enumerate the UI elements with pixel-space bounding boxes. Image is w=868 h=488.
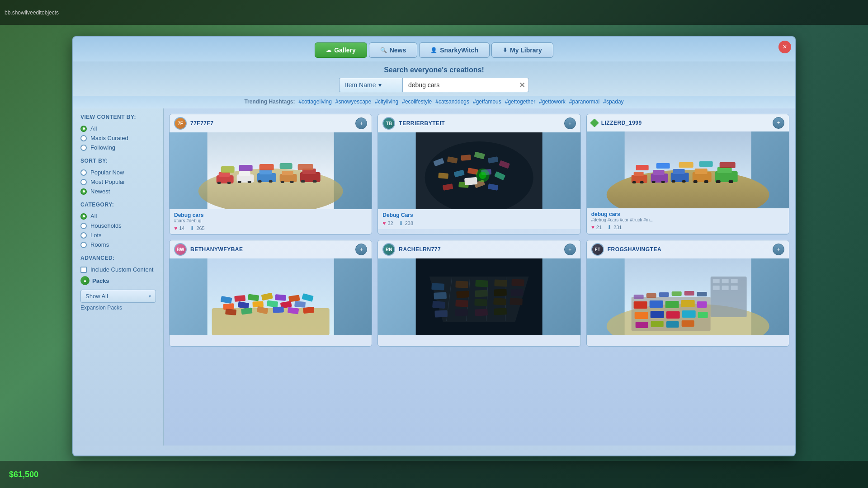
card-image-4[interactable] [378, 258, 580, 335]
radio-maxis [80, 135, 87, 141]
card-header-5: FT FrogshavingTEA + [587, 240, 789, 258]
packs-row[interactable]: ● Packs [80, 274, 156, 287]
follow-button-3[interactable]: + [355, 244, 367, 255]
svg-rect-55 [651, 181, 655, 183]
svg-rect-119 [510, 298, 523, 305]
svg-rect-46 [464, 177, 477, 185]
svg-rect-23 [239, 165, 253, 171]
filter-following-label: Following [90, 144, 115, 151]
card-title-2[interactable]: debug cars [591, 211, 784, 217]
card-title-4[interactable] [382, 338, 576, 343]
hashtag-gettowork[interactable]: #gettowork [539, 99, 566, 105]
sidebar: View Content By: All Maxis Curated Follo… [73, 108, 164, 446]
card-image-0[interactable] [170, 132, 372, 209]
svg-rect-25 [280, 163, 292, 169]
card-header-4: RN RachelRN777 + [378, 240, 580, 258]
user-icon: 👤 [430, 47, 437, 53]
checkbox-cc [80, 267, 87, 273]
card-image-1[interactable] [378, 132, 580, 209]
hashtag-cityliving[interactable]: #cityliving [375, 99, 398, 105]
svg-rect-88 [294, 301, 306, 308]
follow-button-4[interactable]: + [564, 244, 576, 255]
card-image-2[interactable] [587, 131, 789, 208]
card-tags-2: #debug #cars #car #truck #m... [591, 217, 784, 222]
radio-rooms [80, 242, 87, 248]
follow-button-0[interactable]: + [355, 117, 367, 129]
hashtag-catsanddogs[interactable]: #catsanddogs [435, 99, 469, 105]
sort-popular-now[interactable]: Popular Now [80, 168, 156, 177]
follow-button-2[interactable]: + [773, 117, 784, 129]
category-households[interactable]: Households [80, 221, 156, 230]
svg-rect-77 [234, 295, 245, 302]
trending-label: Trending Hashtags: [244, 99, 295, 105]
card-header-0: 7F 77F77F7 + [170, 114, 372, 132]
card-title-0[interactable]: Debug cars [174, 212, 367, 218]
svg-rect-69 [636, 165, 648, 170]
hashtag-snowyescape[interactable]: #snowyescape [335, 99, 371, 105]
svg-rect-59 [671, 180, 675, 183]
sort-most-popular[interactable]: Most Popular [80, 177, 156, 187]
tab-gallery[interactable]: ☁ Gallery [315, 42, 367, 58]
include-cc[interactable]: Include Custom Content [80, 265, 156, 274]
radio-popular-now [80, 169, 87, 176]
hashtag-paranormal[interactable]: #paranormal [569, 99, 599, 105]
download-stat-0: ⬇ 265 [190, 225, 204, 231]
card-image-3[interactable] [170, 258, 372, 335]
filter-all[interactable]: All [80, 124, 156, 133]
tab-library[interactable]: ⬇ My Library [491, 42, 553, 58]
hashtag-getfamous[interactable]: #getfamous [473, 99, 501, 105]
svg-rect-9 [248, 181, 251, 183]
filter-following[interactable]: Following [80, 143, 156, 152]
svg-rect-139 [698, 312, 708, 318]
result-card-5: FT FrogshavingTEA + [586, 240, 789, 347]
follow-button-1[interactable]: + [564, 117, 576, 129]
hashtag-spaday[interactable]: #spaday [603, 99, 623, 105]
svg-rect-102 [434, 292, 447, 299]
sort-by-title: Sort By: [80, 158, 156, 164]
hashtag-cottageliving[interactable]: #cottageliving [298, 99, 331, 105]
close-button[interactable]: × [778, 41, 791, 53]
svg-rect-143 [681, 320, 694, 327]
hashtags-row: Trending Hashtags: #cottageliving #snowy… [73, 96, 795, 108]
follow-button-5[interactable]: + [773, 244, 784, 255]
tab-snarky[interactable]: 👤 SnarkyWitch [419, 42, 490, 58]
svg-rect-103 [432, 301, 445, 309]
svg-rect-107 [456, 300, 469, 307]
category-rooms[interactable]: Rooms [80, 240, 156, 249]
svg-rect-67 [716, 180, 720, 183]
svg-rect-56 [661, 181, 665, 183]
svg-rect-125 [731, 279, 737, 283]
avatar-1: TB [382, 117, 395, 130]
svg-rect-135 [634, 312, 648, 319]
card-footer-0: Debug cars #cars #debug ♥ 14 ⬇ 265 [170, 209, 372, 234]
show-all-dropdown[interactable]: Show All ▾ [80, 290, 156, 303]
filter-maxis-curated[interactable]: Maxis Curated [80, 133, 156, 143]
search-type-dropdown[interactable]: Item Name ▾ [339, 78, 402, 92]
category-lots[interactable]: Lots [80, 230, 156, 240]
hashtag-ecolifestyle[interactable]: #ecolifestyle [402, 99, 432, 105]
cloud-icon: ☁ [326, 47, 331, 53]
top-bar: bb.showliveeditobjects [0, 0, 868, 25]
card-title-1[interactable]: Debug Cars [382, 212, 576, 218]
tab-news[interactable]: 🔍 News [369, 42, 418, 58]
card-title-3[interactable] [174, 338, 367, 343]
search-input[interactable] [406, 78, 519, 92]
svg-rect-52 [640, 181, 643, 183]
svg-rect-138 [682, 310, 695, 318]
card-image-5[interactable] [587, 258, 789, 335]
sort-newest[interactable]: Newest [80, 187, 156, 196]
card-title-5[interactable] [591, 338, 784, 343]
result-card-0: 7F 77F77F7 + [169, 114, 372, 235]
svg-rect-13 [269, 180, 273, 183]
svg-rect-22 [221, 166, 235, 173]
svg-rect-144 [633, 295, 643, 299]
category-all[interactable]: All [80, 211, 156, 221]
svg-rect-72 [699, 161, 712, 167]
card-tags-0: #cars #debug [174, 218, 367, 223]
heart-stat-1: ♥ 32 [382, 220, 393, 226]
hashtag-gettogether[interactable]: #gettogether [505, 99, 535, 105]
svg-rect-80 [275, 294, 286, 301]
avatar-3: BW [174, 243, 187, 256]
clear-search-button[interactable]: ✕ [519, 81, 525, 89]
tab-bar: ☁ Gallery 🔍 News 👤 SnarkyWitch ⬇ My Libr… [73, 37, 795, 61]
